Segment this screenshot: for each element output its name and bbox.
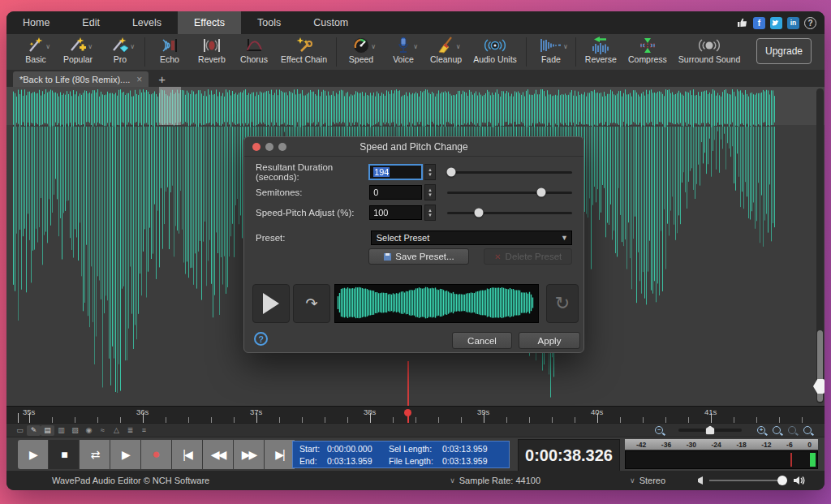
new-tab-button[interactable]: +: [158, 72, 166, 87]
semitones-slider[interactable]: [447, 192, 572, 194]
dialog-help-button[interactable]: ?: [254, 332, 268, 346]
speed-pitch-slider-thumb[interactable]: [474, 209, 483, 218]
record-button[interactable]: ●: [141, 440, 171, 469]
speed-pitch-slider[interactable]: [447, 212, 572, 214]
play-selection-button[interactable]: ▶: [110, 440, 140, 469]
dropdown-caret-icon[interactable]: ∨: [88, 43, 93, 50]
bypass-toggle-button[interactable]: ↷: [293, 284, 330, 323]
apply-button[interactable]: Apply: [519, 332, 580, 349]
playhead-pin[interactable]: [404, 409, 411, 416]
dialog-titlebar[interactable]: Speed and Pitch Change: [244, 137, 583, 157]
edit-tool-icon[interactable]: ≣: [123, 425, 137, 436]
edit-tool-icon[interactable]: ▤: [41, 425, 54, 436]
zoom-vertical-icon[interactable]: [788, 426, 796, 434]
rewind-button[interactable]: ◀◀: [203, 440, 233, 469]
edit-tool-icon[interactable]: ▭: [13, 425, 27, 436]
toolbar-basic-button[interactable]: ∨ Basic: [15, 34, 57, 70]
speaker-quiet-icon[interactable]: [695, 476, 703, 485]
zoom-slider[interactable]: [678, 429, 742, 432]
toolbar-surround-sound-button[interactable]: Surround Sound: [673, 34, 746, 70]
delete-preset-button[interactable]: ✕ Delete Preset: [484, 248, 572, 265]
toolbar-reverb-button[interactable]: Reverb: [191, 34, 233, 70]
stop-button[interactable]: ■: [49, 440, 79, 469]
edit-tool-icon[interactable]: △: [110, 425, 123, 436]
zoom-full-icon[interactable]: [803, 426, 812, 434]
zoom-slider-thumb[interactable]: [706, 426, 715, 435]
ruler-label: 36s: [136, 407, 149, 416]
dropdown-caret-icon[interactable]: ∨: [45, 43, 50, 50]
sample-rate-control[interactable]: ∨ Sample Rate: 44100: [450, 476, 540, 485]
duration-slider[interactable]: [447, 171, 572, 174]
speaker-loud-icon[interactable]: [794, 476, 805, 485]
dropdown-caret-icon[interactable]: ∨: [456, 43, 461, 50]
toolbar-reverse-button[interactable]: Reverse: [579, 34, 622, 70]
toolbar-audio-units-button[interactable]: Audio Units: [467, 34, 523, 70]
edit-tool-icon[interactable]: ▥: [54, 425, 68, 436]
ruler-label: 37s: [250, 407, 262, 416]
document-tab[interactable]: *Back to Life (80s Remix).... ×: [13, 71, 149, 87]
edit-tool-icon[interactable]: ✎: [27, 425, 41, 436]
speed-pitch-input[interactable]: 100: [369, 205, 421, 220]
volume-slider[interactable]: [709, 480, 787, 481]
toolbar-cleanup-button[interactable]: ∨ Cleanup: [424, 34, 467, 70]
toolbar-popular-button[interactable]: ∨ Popular: [57, 34, 99, 70]
save-preset-button[interactable]: Save Preset...: [368, 248, 469, 265]
go-to-start-button[interactable]: |◀: [172, 440, 202, 469]
menu-tools[interactable]: Tools: [241, 11, 297, 34]
speed-pitch-stepper[interactable]: ▲▼: [424, 205, 437, 221]
semitones-input[interactable]: 0: [369, 185, 421, 200]
menu-home[interactable]: Home: [6, 11, 66, 34]
edit-tool-icon[interactable]: ◉: [82, 425, 96, 436]
menu-effects[interactable]: Effects: [178, 11, 241, 34]
twitter-icon[interactable]: [770, 17, 782, 29]
semitones-slider-thumb[interactable]: [536, 188, 545, 197]
toolbar-compress-button[interactable]: Compress: [622, 34, 673, 70]
play-button[interactable]: ▶: [18, 440, 48, 469]
zoom-in-icon[interactable]: +: [757, 426, 765, 434]
upgrade-button[interactable]: Upgrade: [756, 38, 812, 64]
loop-button[interactable]: ⇄: [80, 440, 110, 469]
toolbar-speed-button[interactable]: ∨ Speed: [340, 34, 382, 70]
toolbar-pro-button[interactable]: ∨ Pro: [99, 34, 141, 70]
menu-edit[interactable]: Edit: [66, 11, 116, 34]
cancel-button[interactable]: Cancel: [452, 332, 512, 349]
reset-preview-button[interactable]: ↻: [546, 284, 579, 323]
go-to-end-button[interactable]: ▶|: [265, 440, 295, 469]
help-icon[interactable]: ?: [804, 17, 816, 29]
duration-slider-thumb[interactable]: [446, 168, 455, 177]
edit-tool-icon[interactable]: ≈: [96, 425, 110, 436]
duration-stepper[interactable]: ▲▼: [424, 164, 437, 180]
reverb-icon: [202, 37, 222, 54]
close-tab-icon[interactable]: ×: [136, 74, 142, 85]
toolbar-voice-button[interactable]: ∨ Voice: [382, 34, 424, 70]
timeline-ruler[interactable]: 35s 36s 37s 38s 39s 40s 41s: [6, 406, 825, 424]
preview-play-button[interactable]: [252, 284, 290, 323]
dropdown-caret-icon[interactable]: ∨: [371, 43, 376, 50]
dropdown-caret-icon[interactable]: ∨: [563, 43, 568, 50]
selection-info-panel: Start: 0:00:00.000 Sel Length: 0:03:13.9…: [292, 441, 510, 468]
facebook-icon[interactable]: f: [753, 17, 765, 29]
fast-forward-button[interactable]: ▶▶: [234, 440, 264, 469]
edit-tool-icon[interactable]: ▧: [68, 425, 82, 436]
semitones-stepper[interactable]: ▲▼: [424, 184, 437, 200]
dropdown-caret-icon[interactable]: ∨: [413, 43, 418, 50]
duration-input[interactable]: 194: [368, 164, 422, 180]
preview-waveform[interactable]: [334, 284, 539, 323]
menu-levels[interactable]: Levels: [116, 11, 178, 34]
toolbar-echo-button[interactable]: Echo: [149, 34, 191, 70]
edit-tool-icon[interactable]: ≡: [137, 425, 151, 436]
channel-mode-control[interactable]: ∨ Stereo: [630, 476, 665, 485]
linkedin-icon[interactable]: in: [787, 17, 799, 29]
thumbs-up-icon[interactable]: [737, 17, 748, 28]
meter-tick: -24: [712, 441, 721, 449]
toolbar-effect-chain-button[interactable]: Effect Chain: [275, 34, 333, 70]
preset-select[interactable]: Select Preset ▼: [371, 230, 572, 245]
vertical-scrollbar[interactable]: [816, 88, 824, 403]
menu-custom[interactable]: Custom: [297, 11, 364, 34]
toolbar-chorus-button[interactable]: Chorus: [233, 34, 275, 70]
zoom-selection-icon[interactable]: [773, 426, 781, 434]
dropdown-caret-icon[interactable]: ∨: [130, 43, 135, 50]
zoom-out-icon[interactable]: −: [655, 426, 663, 434]
toolbar-fade-button[interactable]: ∨ Fade: [530, 34, 572, 70]
volume-slider-thumb[interactable]: [777, 476, 787, 485]
